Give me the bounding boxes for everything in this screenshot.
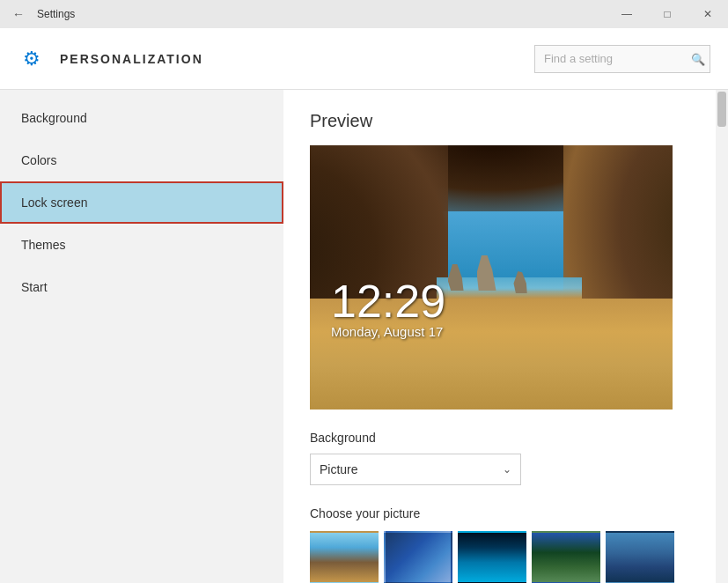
window-title: Settings [37,8,75,20]
maximize-button[interactable]: □ [647,0,688,28]
minimize-button[interactable]: — [607,0,647,28]
content-area: Preview [283,90,728,583]
picture-thumb-2[interactable] [384,531,452,583]
titlebar: ← Settings — □ ✕ [0,0,728,28]
sidebar: Background Colors Lock screen Themes Sta… [0,90,283,583]
picture-thumb-5[interactable] [606,531,674,583]
search-box: 🔍 [534,45,710,73]
content-scroll-wrapper: Preview [283,90,728,583]
sidebar-item-colors[interactable]: Colors [0,139,283,181]
sidebar-item-themes[interactable]: Themes [0,224,283,266]
app-layout: ⚙ PERSONALIZATION 🔍 Background Colors Lo… [0,28,728,583]
sidebar-label-lockscreen: Lock screen [21,196,87,210]
picture-thumb-4[interactable] [532,531,600,583]
background-field-label: Background [310,431,707,445]
sidebar-label-start: Start [21,280,48,294]
search-input[interactable] [534,45,710,73]
sidebar-label-background: Background [21,111,87,125]
picture-thumb-3[interactable] [458,531,526,583]
picture-thumb-1[interactable] [310,531,379,583]
sidebar-label-themes: Themes [21,238,66,252]
sidebar-item-start[interactable]: Start [0,266,283,308]
dropdown-value: Picture [320,462,358,476]
picture-grid [310,531,707,583]
sidebar-item-background[interactable]: Background [0,97,283,139]
preview-title: Preview [310,111,707,131]
close-button[interactable]: ✕ [688,0,728,28]
background-dropdown[interactable]: Picture ⌄ [310,454,521,485]
app-title: PERSONALIZATION [60,52,203,66]
search-icon: 🔍 [691,52,705,65]
window-controls: — □ ✕ [607,0,728,28]
scrollbar-track[interactable] [716,90,728,583]
sidebar-label-colors: Colors [21,153,56,167]
top-bar: ⚙ PERSONALIZATION 🔍 [0,28,728,90]
body-area: Background Colors Lock screen Themes Sta… [0,90,728,583]
chevron-down-icon: ⌄ [503,463,511,476]
lock-time-date: Monday, August 17 [331,324,445,339]
lock-time-value: 12:29 [331,278,445,324]
choose-picture-label: Choose your picture [310,506,707,520]
gear-icon: ⚙ [18,45,46,73]
scrollbar-thumb[interactable] [717,92,726,127]
sidebar-item-lockscreen[interactable]: Lock screen [0,181,283,224]
lock-time-overlay: 12:29 Monday, August 17 [331,278,445,339]
preview-image: 12:29 Monday, August 17 [310,145,673,410]
back-button[interactable]: ← [7,5,30,23]
main-window: ← Settings — □ ✕ ⚙ PERSONALIZATION 🔍 Bac… [0,0,728,583]
titlebar-left: ← Settings [7,5,75,23]
